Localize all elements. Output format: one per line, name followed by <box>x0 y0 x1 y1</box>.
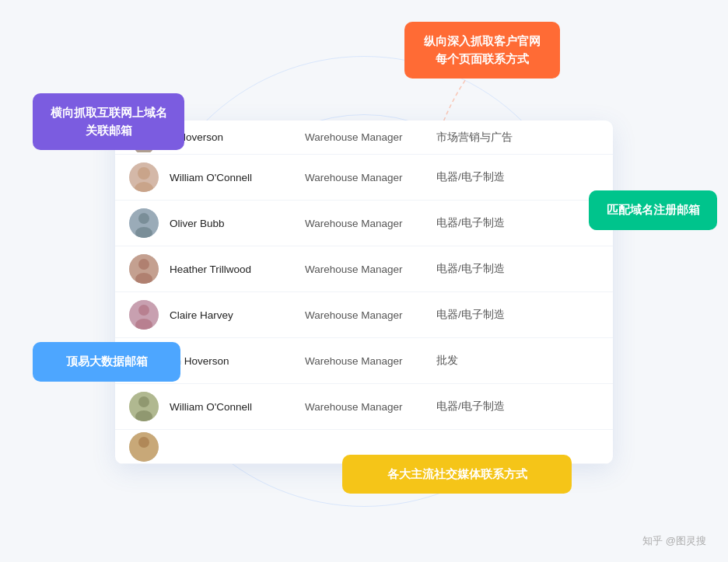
avatar <box>129 254 159 284</box>
avatar <box>129 392 159 421</box>
table-row: ah Hoverson Warehouse Manager 批发 <box>115 338 613 384</box>
person-industry: 电器/电子制造 <box>436 262 599 276</box>
person-name: Heather Trillwood <box>170 264 294 275</box>
person-name: ah Hoverson <box>170 355 294 367</box>
card-bottom-left: 顶易大数据邮箱 <box>33 342 180 382</box>
person-name: h Hoverson <box>170 131 294 143</box>
svg-point-12 <box>138 305 149 316</box>
svg-point-6 <box>138 213 149 224</box>
avatar <box>129 208 159 238</box>
table-row: William O'Connell Warehouse Manager 电器/电… <box>115 384 613 430</box>
watermark: 知乎 @图灵搜 <box>642 534 706 548</box>
person-name: Oliver Bubb <box>170 218 294 229</box>
person-name: William O'Connell <box>170 401 294 413</box>
card-bottom-center-line1: 各大主流社交媒体联系方式 <box>387 467 527 480</box>
person-title: Warehouse Manager <box>305 401 425 413</box>
card-top-right-line2: 每个页面联系方式 <box>436 52 529 65</box>
person-title: Warehouse Manager <box>305 172 425 183</box>
person-industry: 市场营销与广告 <box>436 131 599 145</box>
card-top-left: 横向抓取互联网上域名 关联邮箱 <box>33 93 184 150</box>
table-row: Claire Harvey Warehouse Manager 电器/电子制造 <box>115 292 613 338</box>
card-top-right-line1: 纵向深入抓取客户官网 <box>424 34 541 47</box>
person-title: Warehouse Manager <box>305 218 425 229</box>
person-name: Claire Harvey <box>170 309 294 321</box>
person-industry: 批发 <box>436 354 599 368</box>
person-industry: 电器/电子制造 <box>436 216 599 230</box>
person-industry: 电器/电子制造 <box>436 170 599 184</box>
avatar <box>129 432 159 462</box>
table-row: Oliver Bubb Warehouse Manager 电器/电子制造 <box>115 201 613 246</box>
data-table: h Hoverson Warehouse Manager 市场营销与广告 Wil… <box>115 120 613 464</box>
table-row: h Hoverson Warehouse Manager 市场营销与广告 <box>115 120 613 155</box>
avatar <box>129 162 159 192</box>
avatar <box>129 300 159 330</box>
card-top-right: 纵向深入抓取客户官网 每个页面联系方式 <box>404 22 560 79</box>
svg-point-3 <box>138 167 150 180</box>
svg-point-18 <box>138 396 149 407</box>
person-title: Warehouse Manager <box>305 131 425 143</box>
person-title: Warehouse Manager <box>305 264 425 275</box>
main-scene: h Hoverson Warehouse Manager 市场营销与广告 Wil… <box>0 0 728 562</box>
card-right: 匹配域名注册邮箱 <box>589 190 717 230</box>
person-title: Warehouse Manager <box>305 355 425 367</box>
card-right-line1: 匹配域名注册邮箱 <box>607 203 700 216</box>
person-name: William O'Connell <box>170 172 294 183</box>
card-top-left-line1: 横向抓取互联网上域名 <box>51 106 167 119</box>
svg-point-9 <box>138 259 149 270</box>
card-bottom-center: 各大主流社交媒体联系方式 <box>342 455 572 494</box>
card-top-left-line2: 关联邮箱 <box>86 124 132 137</box>
table-row: William O'Connell Warehouse Manager 电器/电… <box>115 155 613 201</box>
svg-point-21 <box>138 437 149 448</box>
person-industry: 电器/电子制造 <box>436 400 599 414</box>
person-title: Warehouse Manager <box>305 309 425 321</box>
table-row: Heather Trillwood Warehouse Manager 电器/电… <box>115 246 613 292</box>
card-bottom-left-line1: 顶易大数据邮箱 <box>66 354 148 368</box>
person-industry: 电器/电子制造 <box>436 308 599 322</box>
